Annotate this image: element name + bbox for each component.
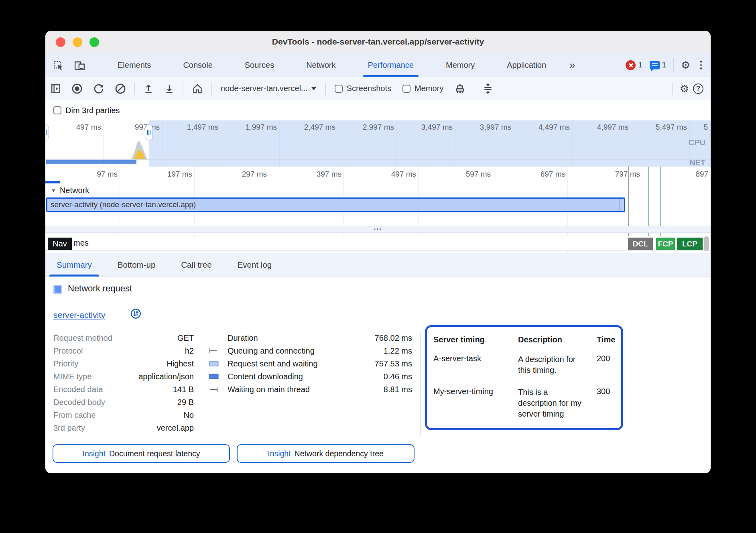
flamechart-ruler: 97 ms197 ms297 ms 397 ms497 ms597 ms 697…	[45, 170, 711, 179]
timing-row: Waiting on main thread 8.81 ms	[209, 383, 412, 396]
summary-heading: Network request	[68, 283, 132, 294]
waiting-phase-swatch-icon	[209, 360, 228, 367]
tab-performance[interactable]: Performance	[352, 53, 430, 77]
toolbar-divider	[211, 83, 212, 95]
left-whisker-icon	[209, 348, 228, 354]
details-tab-bar: Summary Bottom-up Call tree Event log	[45, 253, 711, 277]
settings-gear-icon[interactable]: ⚙	[681, 60, 690, 70]
description-header: Description	[518, 335, 597, 344]
disclosure-triangle-icon: ▼	[51, 187, 56, 193]
checkbox-icon	[402, 85, 411, 93]
detail-row: From cacheNo	[53, 409, 194, 421]
record-icon[interactable]	[71, 83, 83, 94]
collapsed-tracks-ellipsis[interactable]: ⋯	[45, 226, 711, 233]
target-selector-label: node-server-tan.vercel...	[221, 84, 308, 93]
nav-marker-chip: Nav	[48, 238, 72, 250]
net-track-divider	[45, 159, 711, 160]
checkbox-icon	[53, 106, 61, 114]
memory-checkbox[interactable]: Memory	[402, 84, 443, 93]
cpu-track-label: CPU	[689, 138, 705, 147]
detail-row: Protocolh2	[53, 344, 194, 357]
server-timing-time: 300	[597, 387, 616, 419]
help-icon[interactable]: ?	[693, 83, 703, 94]
tab-memory[interactable]: Memory	[430, 53, 491, 77]
insight-network-dependency-tree-button[interactable]: Insight Network dependency tree	[237, 444, 415, 463]
dim-third-parties-row: Dim 3rd parties	[45, 100, 711, 120]
server-timing-name: A-server-task	[433, 354, 518, 376]
target-selector-dropdown[interactable]: node-server-tan.vercel...	[221, 84, 317, 93]
timeline-minimap[interactable]: 497 ms997 ms1,497 ms 1,997 ms2,497 ms2,9…	[45, 120, 711, 167]
network-request-color-swatch	[53, 285, 62, 294]
timing-breakdown-table: Duration 768.02 ms Queuing and connectin…	[209, 332, 412, 396]
dim-third-parties-checkbox[interactable]: Dim 3rd parties	[53, 106, 120, 115]
net-track-label: NET	[689, 158, 705, 167]
devtools-tab-bar: Elements Console Sources Network Perform…	[45, 53, 711, 77]
detail-row: PriorityHighest	[53, 357, 194, 370]
vertical-scrollbar-thumb[interactable]	[704, 236, 709, 251]
more-tabs-icon[interactable]: »	[562, 53, 582, 77]
tab-call-tree[interactable]: Call tree	[179, 253, 214, 277]
flamechart-area[interactable]: 97 ms197 ms297 ms 397 ms497 ms597 ms 697…	[45, 167, 711, 253]
detail-row: Decoded body29 B	[53, 396, 194, 409]
server-timing-name: My-server-timing	[433, 387, 518, 419]
toolbar-divider	[96, 59, 96, 73]
toolbar-divider	[325, 83, 326, 95]
window-title: DevTools - node-server-tan.vercel.app/se…	[45, 37, 711, 47]
tab-elements[interactable]: Elements	[102, 53, 167, 77]
capture-settings-gear-icon[interactable]: ⚙	[680, 83, 689, 94]
network-track-label: Network	[60, 186, 89, 195]
cpu-activity-chart	[131, 140, 147, 159]
dropdown-caret-icon	[311, 87, 317, 90]
collapse-tracks-icon[interactable]	[483, 83, 493, 95]
timing-row: Request sent and waiting 757.53 ms	[209, 357, 412, 370]
request-link[interactable]: server-activity	[53, 310, 106, 320]
detail-row: Request methodGET	[53, 332, 194, 344]
upload-profile-icon[interactable]	[143, 83, 154, 94]
selected-track-accent	[45, 181, 60, 183]
row-divider	[45, 221, 711, 221]
insight-document-request-latency-button[interactable]: Insight Document request latency	[53, 444, 230, 463]
title-bar: DevTools - node-server-tan.vercel.app/se…	[45, 31, 711, 53]
detail-row: 3rd partyvercel.app	[53, 421, 194, 434]
toolbar-divider	[134, 83, 135, 95]
toolbar-divider	[183, 83, 183, 95]
performance-toolbar: node-server-tan.vercel... Screenshots Me…	[45, 77, 711, 100]
customize-menu-icon[interactable]	[698, 61, 705, 69]
tab-summary[interactable]: Summary	[54, 253, 94, 277]
tab-sources[interactable]: Sources	[229, 53, 290, 77]
tab-bottom-up[interactable]: Bottom-up	[115, 253, 158, 277]
minimap-right-handle[interactable]	[145, 124, 153, 140]
summary-panel: Network request server-activity Request …	[45, 277, 711, 473]
home-icon[interactable]	[192, 83, 203, 94]
reveal-in-network-icon[interactable]	[130, 308, 141, 319]
tab-event-log[interactable]: Event log	[235, 253, 274, 277]
right-whisker-icon	[209, 387, 228, 392]
error-icon	[626, 60, 636, 70]
issues-count-badge[interactable]: 1	[650, 61, 667, 69]
garbage-collect-icon[interactable]	[454, 83, 465, 94]
network-track-header[interactable]: ▼ Network	[51, 186, 89, 195]
column-divider	[203, 332, 203, 436]
memory-label: Memory	[415, 84, 443, 93]
inspect-element-icon[interactable]	[53, 61, 64, 71]
reload-record-icon[interactable]	[93, 83, 104, 94]
devtools-window: DevTools - node-server-tan.vercel.app/se…	[45, 31, 711, 473]
server-timing-card: Server timing Description Time A-server-…	[425, 325, 623, 430]
clear-icon[interactable]	[115, 83, 126, 94]
tab-application[interactable]: Application	[491, 53, 562, 77]
error-count-badge[interactable]: 1	[626, 60, 642, 70]
minimap-left-handle[interactable]	[45, 124, 49, 140]
screenshots-checkbox[interactable]: Screenshots	[335, 84, 391, 93]
downloading-phase-swatch-icon	[209, 373, 228, 380]
toggle-sidebar-icon[interactable]	[51, 83, 61, 94]
tab-network[interactable]: Network	[290, 53, 352, 77]
server-timing-description: This is a description for my server timi…	[518, 387, 597, 419]
tab-console[interactable]: Console	[167, 53, 228, 77]
screenshots-label: Screenshots	[347, 84, 391, 93]
device-toolbar-icon[interactable]	[74, 61, 85, 71]
dim-third-parties-label: Dim 3rd parties	[65, 106, 120, 115]
toolbar-divider	[672, 83, 673, 95]
download-profile-icon[interactable]	[164, 83, 175, 94]
network-request-bar[interactable]: server-activity (node-server-tan.vercel.…	[46, 197, 625, 212]
timing-row: Duration 768.02 ms	[209, 332, 412, 344]
